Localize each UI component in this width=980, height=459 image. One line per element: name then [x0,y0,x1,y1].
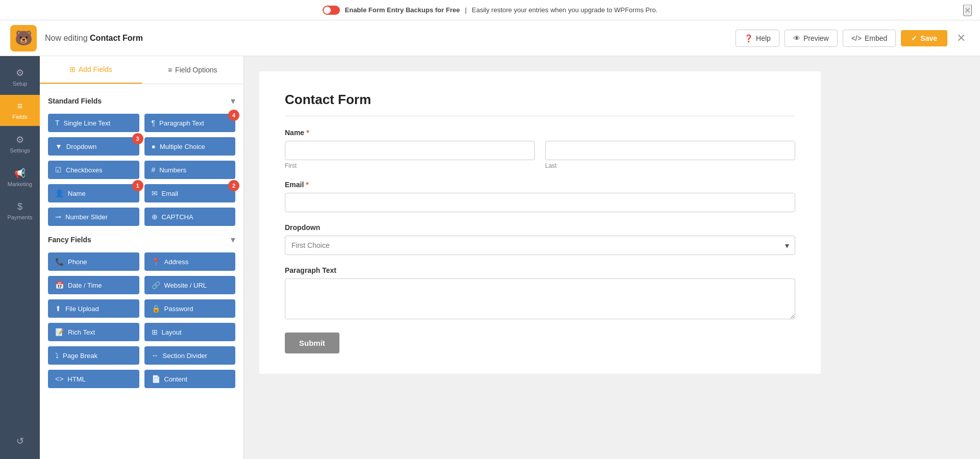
main-layout: ⚙ Setup ≡ Fields ⚙ Settings 📢 Marketing … [0,56,980,459]
backup-toggle[interactable] [323,6,340,15]
standard-fields-grid: T Single Line Text ¶ Paragraph Text 4 ▼ … [48,114,235,226]
help-button[interactable]: ❓ Help [736,30,779,47]
field-btn-website-url[interactable]: 🔗 Website / URL [144,276,236,294]
fancy-fields-toggle[interactable]: ▾ [231,234,235,245]
file-upload-icon: ⬆ [55,304,61,313]
captcha-label: CAPTCHA [162,213,193,221]
sidebar-item-setup[interactable]: ⚙ Setup [0,61,40,93]
page-break-icon: ⤵ [55,351,59,360]
field-btn-layout[interactable]: ⊞ Layout [144,323,236,341]
field-btn-email[interactable]: ✉ Email 2 [144,184,236,202]
sidebar-item-marketing[interactable]: 📢 Marketing [0,162,40,193]
dropdown-label-text: Dropdown [285,223,320,232]
name-last-col: Last [545,141,795,169]
phone-label: Phone [68,258,87,266]
form-canvas: Contact Form Name * First Last [244,56,980,459]
field-btn-dropdown[interactable]: ▼ Dropdown 3 [48,137,139,156]
dropdown-icon: ▼ [55,142,62,150]
sidebar-item-fields[interactable]: ≡ Fields [0,95,40,126]
layout-label: Layout [162,328,182,336]
number-slider-icon: ⊸ [55,213,61,221]
form-field-email: Email * [285,181,795,212]
standard-fields-section-header: Standard Fields ▾ [48,95,235,107]
email-label: Email [162,190,179,197]
dropdown-label: Dropdown [66,143,96,150]
setup-icon: ⚙ [16,67,24,79]
banner-separator: | [465,6,467,14]
tab-add-fields[interactable]: ⊞ Add Fields [40,56,142,84]
field-btn-page-break[interactable]: ⤵ Page Break [48,346,139,365]
website-url-icon: 🔗 [152,281,160,289]
field-btn-captcha[interactable]: ⊕ CAPTCHA [144,208,236,226]
field-btn-number-slider[interactable]: ⊸ Number Slider [48,208,139,226]
date-time-icon: 📅 [55,281,64,289]
file-upload-label: File Upload [65,305,99,313]
embed-label: Embed [865,34,887,42]
standard-fields-title: Standard Fields [48,97,102,105]
name-last-input[interactable] [545,141,795,160]
panel-tabs: ⊞ Add Fields ≡ Field Options [40,56,243,84]
save-button[interactable]: ✓ Save [901,30,947,46]
sidebar-item-settings[interactable]: ⚙ Settings [0,128,40,160]
banner-title: Enable Form Entry Backups for Free [345,6,460,14]
name-first-col: First [285,141,535,169]
preview-button[interactable]: 👁 Preview [785,30,838,47]
panel-scroll: Standard Fields ▾ T Single Line Text ¶ P… [40,84,243,459]
payments-icon: $ [17,201,22,212]
header-title: Now editing Contact Form [45,34,727,43]
submit-button[interactable]: Submit [285,333,339,353]
field-btn-section-divider[interactable]: ↔ Section Divider [144,346,236,365]
website-url-label: Website / URL [164,282,207,289]
paragraph-text-label: Paragraph Text [159,119,204,127]
field-options-sliders-icon: ≡ [168,66,172,74]
email-icon: ✉ [152,189,158,197]
field-btn-phone[interactable]: 📞 Phone [48,252,139,271]
field-btn-numbers[interactable]: # Numbers [144,161,236,179]
field-btn-password[interactable]: 🔒 Password [144,299,236,318]
field-btn-checkboxes[interactable]: ☑ Checkboxes [48,161,139,179]
page-break-label: Page Break [63,352,97,360]
field-btn-name[interactable]: 👤 Name 1 [48,184,139,202]
form-card: Contact Form Name * First Last [259,71,821,374]
field-btn-paragraph-text[interactable]: ¶ Paragraph Text 4 [144,114,236,132]
address-label: Address [164,258,189,266]
phone-icon: 📞 [55,258,64,266]
name-label: Name [68,190,86,197]
add-fields-tab-label: Add Fields [79,65,112,73]
fields-label: Fields [12,114,27,120]
preview-icon: 👁 [793,34,800,42]
email-input[interactable] [285,193,795,212]
dropdown-field-label: Dropdown [285,223,795,232]
field-btn-content[interactable]: 📄 Content [144,370,236,388]
field-btn-single-line-text[interactable]: T Single Line Text [48,114,139,132]
field-btn-multiple-choice[interactable]: ● Multiple Choice [144,137,236,156]
form-divider [285,116,795,116]
fields-panel: ⊞ Add Fields ≡ Field Options Standard Fi… [40,56,244,459]
name-first-input[interactable] [285,141,535,160]
dropdown-select[interactable]: First Choice [285,236,795,255]
close-editor-button[interactable]: ✕ [952,32,970,45]
paragraph-field-label: Paragraph Text [285,266,795,274]
email-field-label: Email * [285,181,795,189]
banner-close-button[interactable]: ✕ [963,4,972,16]
field-btn-html[interactable]: <> HTML [48,370,139,388]
name-first-sublabel: First [285,162,535,169]
field-btn-file-upload[interactable]: ⬆ File Upload [48,299,139,318]
field-btn-date-time[interactable]: 📅 Date / Time [48,276,139,294]
paragraph-textarea[interactable] [285,278,795,319]
form-title: Contact Form [285,92,795,108]
help-label: Help [756,34,771,42]
embed-icon: </> [851,34,862,42]
embed-button[interactable]: </> Embed [843,30,896,47]
field-btn-address[interactable]: 📍 Address [144,252,236,271]
name-required-star: * [306,129,309,137]
submit-label: Submit [299,339,325,347]
name-icon: 👤 [55,189,64,197]
sidebar-item-revisions[interactable]: ↺ [0,429,40,453]
checkboxes-icon: ☑ [55,166,62,174]
fancy-fields-grid: 📞 Phone 📍 Address 📅 Date / Time 🔗 Websit… [48,252,235,388]
tab-field-options[interactable]: ≡ Field Options [142,56,244,84]
field-btn-rich-text[interactable]: 📝 Rich Text [48,323,139,341]
standard-fields-toggle[interactable]: ▾ [231,95,235,107]
sidebar-item-payments[interactable]: $ Payments [0,195,40,226]
